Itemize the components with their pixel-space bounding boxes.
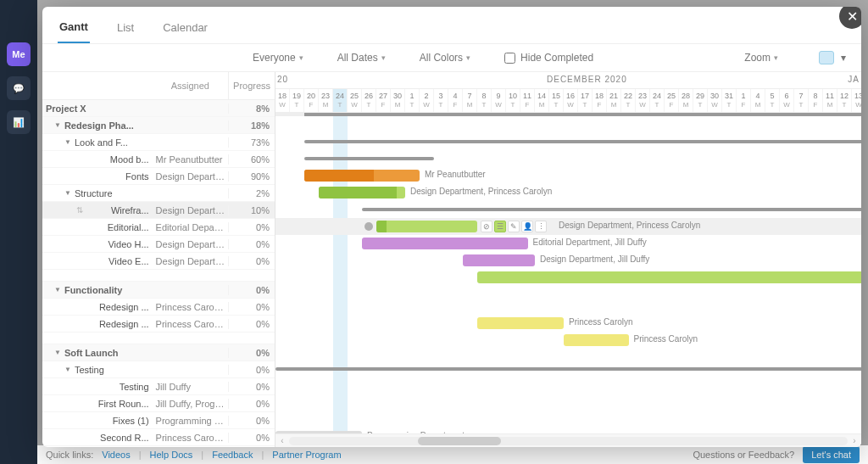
summary-bar[interactable] (304, 140, 861, 143)
task-row[interactable]: FontsDesign Department, P90% (42, 168, 275, 185)
row-name: Editorial... (42, 222, 153, 232)
chart-row (275, 201, 861, 218)
subsection-row[interactable]: ▼ Look and F...73% (42, 134, 275, 151)
collapse-icon[interactable]: ▼ (54, 349, 61, 356)
task-bar[interactable] (477, 271, 861, 283)
day-cell: 18W (275, 89, 290, 112)
chevron-down-icon: ▾ (841, 52, 846, 64)
quicklink[interactable]: Partner Program (272, 450, 341, 460)
task-bar[interactable] (564, 334, 629, 346)
chart-row: Jill Duf (275, 411, 861, 428)
task-bar[interactable] (477, 317, 564, 329)
bar-tool-icon[interactable]: 👤 (521, 221, 533, 232)
quicklink[interactable]: Help Docs (150, 450, 193, 460)
bar-tool-icon[interactable]: ⋮ (535, 221, 547, 232)
project-row[interactable]: Project X8% (42, 100, 275, 117)
row-name: Project X (42, 103, 153, 114)
collapse-icon[interactable]: ▼ (64, 189, 71, 197)
task-row[interactable]: Video H...Design Department, J0% (42, 236, 275, 253)
scroll-left-icon[interactable]: ‹ (275, 436, 289, 445)
bar-tool-icon[interactable]: ⊘ (481, 221, 492, 232)
row-progress: 60% (228, 154, 275, 165)
rail-chat-icon[interactable]: 💬 (7, 76, 31, 100)
chart-row: Design Department, Jill Duffy (275, 252, 861, 269)
scroll-track[interactable] (289, 437, 848, 445)
drag-handle-icon[interactable]: ⇅ (76, 205, 83, 215)
task-row[interactable]: Redesign ...Princess Carolyn0% (42, 316, 275, 333)
task-row[interactable]: Video E...Design Department, J0% (42, 253, 275, 270)
zoom-swatch[interactable] (819, 51, 834, 64)
quicklink[interactable]: Feedback (212, 450, 253, 460)
task-row[interactable]: TestingJill Duffy0% (42, 378, 275, 395)
lets-chat-button[interactable]: Let's chat (803, 446, 860, 463)
tab-gantt[interactable]: Gantt (58, 15, 90, 43)
horizontal-scrollbar[interactable]: ‹ › (275, 433, 861, 447)
task-bar[interactable] (319, 187, 405, 198)
day-cell: 4F (448, 89, 463, 112)
timeline-panel[interactable]: 20 DECEMBER 2020 JA 18W19T20F23M24T25W26… (275, 72, 861, 447)
row-name: Testing (42, 382, 153, 392)
bar-label: Design Department, Jill Duffy (540, 254, 649, 264)
day-cell: 2W (420, 89, 434, 112)
filter-colors[interactable]: All Colors▾ (420, 52, 470, 64)
task-row[interactable]: Editorial...Editorial Department,0% (42, 219, 275, 236)
section-row[interactable]: ▼ Soft Launch0% (42, 344, 275, 361)
day-cell: 14M (535, 89, 549, 112)
scroll-right-icon[interactable]: › (848, 436, 861, 445)
task-list-panel: Assigned Progress Project X8%▼ Redesign … (42, 72, 275, 447)
filter-bar: Everyone▾ All Dates▾ All Colors▾ Hide Co… (42, 44, 861, 72)
filter-everyone[interactable]: Everyone▾ (253, 52, 303, 64)
tab-calendar[interactable]: Calendar (161, 16, 209, 42)
dependency-dot-icon[interactable] (364, 222, 373, 231)
zoom-control[interactable]: Zoom▾ (744, 52, 778, 64)
collapse-icon[interactable]: ▼ (64, 138, 71, 146)
filter-dates[interactable]: All Dates▾ (337, 52, 386, 64)
task-row[interactable]: Fixes (1)Programming Departm0% (42, 412, 275, 429)
row-assigned: Design Department, J (153, 239, 229, 249)
subsection-row[interactable]: ▼ Testing0% (42, 361, 275, 378)
task-row[interactable]: Mood b...Mr Peanutbutter60% (42, 151, 275, 168)
chart-body[interactable]: Mr PeanutbutterDesign Department, Prince… (275, 113, 861, 447)
row-name: Fonts (42, 171, 153, 182)
collapse-icon[interactable]: ▼ (54, 121, 61, 129)
summary-bar[interactable] (275, 367, 861, 371)
row-name: ▼ Functionality (42, 285, 153, 295)
day-cell: 13W (852, 89, 861, 112)
day-cell: 16W (564, 89, 578, 112)
task-row[interactable]: First Roun...Jill Duffy, Programmin0% (42, 395, 275, 412)
task-row[interactable]: ⇅Wirefra...Design Department, P10% (42, 202, 275, 219)
task-bar[interactable] (376, 221, 477, 232)
summary-bar[interactable] (304, 157, 434, 160)
section-row[interactable]: ▼ Redesign Pha...18% (42, 117, 275, 134)
rail-reports-icon[interactable]: 📊 (7, 110, 31, 134)
chart-row (275, 286, 861, 298)
summary-bar[interactable] (362, 208, 861, 211)
hide-completed-checkbox[interactable]: Hide Completed (504, 52, 593, 64)
task-bar[interactable] (463, 254, 535, 266)
subsection-row[interactable]: ▼ Structure2% (42, 185, 275, 202)
chevron-down-icon: ▾ (466, 53, 470, 62)
row-progress: 0% (228, 399, 275, 409)
bar-tool-icon[interactable]: ✎ (508, 221, 520, 232)
row-progress: 18% (228, 120, 275, 131)
footer-strip: Quick links: Videos| Help Docs| Feedback… (37, 445, 868, 464)
task-bar[interactable] (362, 238, 528, 249)
task-row[interactable]: Fixes (2)Princess Carolyn, Prog0% (42, 446, 275, 447)
section-row[interactable]: ▼ Functionality0% (42, 282, 275, 299)
row-assigned: Mr Peanutbutter (153, 154, 229, 165)
collapse-icon[interactable]: ▼ (64, 366, 71, 373)
day-cell: 24T (333, 89, 348, 112)
rail-me-icon[interactable]: Me (7, 42, 31, 66)
row-progress: 0% (228, 285, 275, 295)
task-row[interactable]: Redesign ...Princess Carolyn0% (42, 299, 275, 316)
row-name: Redesign ... (42, 319, 153, 329)
scroll-thumb[interactable] (418, 437, 502, 445)
collapse-icon[interactable]: ▼ (54, 286, 61, 293)
quicklink[interactable]: Videos (102, 450, 130, 460)
month-header: 20 DECEMBER 2020 JA (275, 72, 861, 89)
tab-list[interactable]: List (115, 16, 136, 42)
task-row[interactable]: Second R...Princess Carolyn0% (42, 429, 275, 446)
bar-tool-icon[interactable]: ☰ (494, 221, 506, 232)
task-bar[interactable] (304, 170, 420, 182)
day-cell: 7M (463, 89, 477, 112)
